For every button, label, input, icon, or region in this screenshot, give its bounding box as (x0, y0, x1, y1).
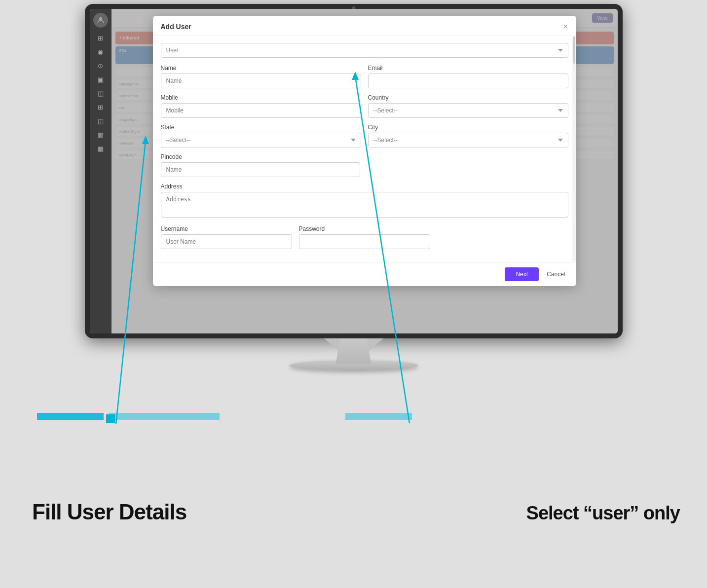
name-input[interactable] (161, 74, 361, 88)
svg-rect-7 (345, 413, 412, 420)
add-user-modal: Add User × User Admin Manager (153, 16, 576, 286)
name-email-row: Name Email (161, 65, 568, 88)
modal-title: Add User (161, 23, 191, 31)
city-group: City --Select-- (368, 124, 568, 147)
city-label: City (368, 124, 568, 131)
email-label: Email (368, 65, 568, 72)
next-button[interactable]: Next (505, 267, 539, 281)
country-label: Country (368, 94, 568, 101)
modal-overlay: Add User × User Admin Manager (112, 9, 618, 333)
state-city-row: State --Select-- City --Select-- (161, 124, 568, 147)
svg-rect-6 (109, 413, 220, 420)
sidebar-item-monitor[interactable]: ▣ (93, 73, 108, 86)
modal-close-button[interactable]: × (563, 22, 568, 31)
mobile-input[interactable] (161, 103, 361, 118)
sidebar-item-settings[interactable]: ⊙ (93, 59, 108, 72)
left-annotation: Fill User Details (32, 500, 186, 524)
select-user-only-label: Select “user” only (526, 503, 680, 523)
pincode-label: Pincode (161, 153, 568, 160)
user-type-select[interactable]: User Admin Manager (161, 43, 568, 58)
cancel-button[interactable]: Cancel (544, 267, 568, 281)
svg-point-0 (99, 17, 102, 20)
mobile-group: Mobile (161, 94, 361, 118)
scrollbar-thumb (573, 37, 575, 64)
modal-scrollbar[interactable] (572, 36, 576, 261)
pincode-row: Pincode (161, 153, 568, 177)
sidebar: ⊞ ◉ ⊙ ▣ ◫ ⊞ ◫ ▦ ▦ (90, 9, 112, 333)
username-label: Username (161, 225, 292, 232)
password-label: Password (299, 225, 430, 232)
modal-body: User Admin Manager Name (153, 36, 576, 262)
name-label: Name (161, 65, 361, 72)
username-password-row: Username Password (161, 225, 568, 249)
pincode-input[interactable] (161, 162, 361, 177)
sidebar-item-calendar[interactable]: ◫ (93, 87, 108, 100)
name-group: Name (161, 65, 361, 88)
svg-rect-5 (37, 413, 104, 420)
sidebar-item-user[interactable]: ◉ (93, 45, 108, 58)
sidebar-item-grid2[interactable]: ▦ (93, 128, 108, 141)
country-select[interactable]: --Select-- (368, 103, 568, 118)
mobile-country-row: Mobile Country --Select-- (161, 94, 568, 118)
country-group: Country --Select-- (368, 94, 568, 118)
address-label: Address (161, 183, 568, 190)
state-label: State (161, 124, 361, 131)
sidebar-item-cal2[interactable]: ◫ (93, 114, 108, 127)
svg-rect-8 (106, 414, 115, 423)
modal-footer: Next Cancel (153, 262, 576, 286)
state-group: State --Select-- (161, 124, 361, 147)
sidebar-item-grid[interactable]: ⊞ (93, 101, 108, 113)
user-dropdown-row: User Admin Manager (161, 43, 568, 58)
address-textarea[interactable] (161, 192, 568, 218)
address-row: Address (161, 183, 568, 220)
fill-user-details-label: Fill User Details (32, 500, 186, 524)
mobile-label: Mobile (161, 94, 361, 101)
right-annotation: Select “user” only (526, 503, 680, 524)
username-input[interactable] (161, 234, 292, 249)
email-group: Email (368, 65, 568, 88)
sidebar-item-dashboard[interactable]: ⊞ (93, 32, 108, 44)
state-select[interactable]: --Select-- (161, 133, 361, 147)
email-input[interactable] (368, 74, 568, 88)
username-group: Username (161, 225, 292, 249)
modal-header: Add User × (153, 16, 576, 36)
password-input[interactable] (299, 234, 430, 249)
sidebar-logo (93, 13, 108, 28)
main-content: View + Filtered 834 ndia@gmai adeelectro… (112, 9, 618, 333)
city-select[interactable]: --Select-- (368, 133, 568, 147)
password-group: Password (299, 225, 430, 249)
sidebar-item-grid3[interactable]: ▦ (93, 142, 108, 155)
